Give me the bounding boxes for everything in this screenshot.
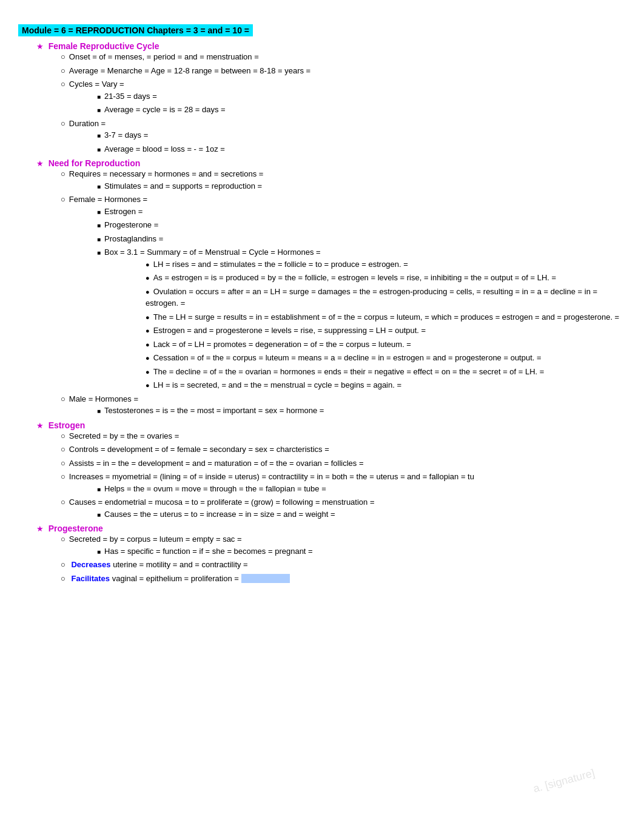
section-need-for-reproduction: ★ Need for Reproduction Requires = neces… [36,158,626,417]
list-item: Male = Hormones = Testosterones = is = t… [61,393,626,417]
section-title: ★ Progesterone [36,524,626,533]
star-icon: ★ [36,159,44,168]
list-item: Cycles = Vary = 21-35 = days = Average =… [61,78,626,116]
watermark: a. [signature] [532,767,596,795]
star-icon: ★ [36,42,44,51]
sub-list: 21-35 = days = Average = cycle = is = 28… [97,90,626,116]
section-female-reproductive-cycle: ★ Female Reproductive Cycle Onset = of =… [36,41,626,155]
sub-list: Has = specific = function = if = she = b… [97,545,626,558]
sub-list: Causes = the = uterus = to = increase = … [97,508,626,521]
list-item: 21-35 = days = [97,90,626,103]
section-title: ★ Estrogen [36,420,626,430]
section-estrogen: ★ Estrogen Secreted = by = the = ovaries… [36,420,626,521]
sub-list: Stimulates = and = supports = reproducti… [97,180,626,192]
list-item: The = decline = of = the = ovarian = hor… [146,366,626,378]
list-item: Onset = of = menses, = period = and = me… [61,51,626,63]
list-item: Secreted = by = corpus = luteum = empty … [61,533,626,557]
section-label: Female Reproductive Cycle [49,41,159,51]
list-item: Box = 3.1 = Summary = of = Menstrual = C… [97,246,626,391]
section-label: Need for Reproduction [49,158,141,168]
star-icon: ★ [36,421,44,430]
list-item: Facilitates vaginal = epithelium = proli… [61,573,626,585]
list-item: Assists = in = the = development = and =… [61,457,626,470]
sub-sub-list: LH = rises = and = stimulates = the = fo… [146,258,626,391]
list-item: As = estrogen = is = produced = by = the… [146,272,626,284]
list-item: The = LH = surge = results = in = establ… [146,311,626,323]
list-item: Testosterones = is = the = most = import… [97,405,626,417]
highlight-text: Decreases [71,560,110,569]
list-item: Increases = myometrial = (lining = of = … [61,471,626,494]
list-item: Average = blood = loss = - = 1oz = [97,143,626,155]
list-item: Estrogen = and = progesterone = levels =… [146,325,626,337]
list-item: LH = is = secreted, = and = the = menstr… [146,379,626,391]
list-item: Lack = of = LH = promotes = degeneration… [146,339,626,351]
section-title: ★ Female Reproductive Cycle [36,41,626,51]
list-item: 3-7 = days = [97,129,626,141]
section-title: ★ Need for Reproduction [36,158,626,168]
sub-list: Helps = the = ovum = move = through = th… [97,483,626,495]
section-progesterone: ★ Progesterone Secreted = by = corpus = … [36,524,626,584]
list-item: Secreted = by = the = ovaries = [61,430,626,442]
star-icon: ★ [36,524,44,533]
list-item: Stimulates = and = supports = reproducti… [97,180,626,192]
section-label: Estrogen [49,420,86,430]
list-item: Estrogen = [97,206,626,218]
highlight-bar [241,574,290,583]
list-item: Ovulation = occurs = after = an = LH = s… [146,286,626,309]
module-header: Module = 6 = REPRODUCTION Chapters = 3 =… [18,24,626,41]
list-item: Female = Hormones = Estrogen = Progester… [61,194,626,391]
list-item: Controls = development = of = female = s… [61,443,626,456]
section-label: Progesterone [49,524,103,533]
list-item: Prostaglandins = [97,233,626,245]
list-item: Progesterone = [97,219,626,231]
list-item: Duration = 3-7 = days = Average = blood … [61,118,626,155]
list-item: Has = specific = function = if = she = b… [97,545,626,558]
section-content: Secreted = by = corpus = luteum = empty … [61,533,626,584]
list-item: Causes = endometrial = mucosa = to = pro… [61,496,626,520]
highlight-text: Facilitates [71,574,110,583]
list-item: Average = cycle = is = 28 = days = [97,104,626,116]
section-content: Secreted = by = the = ovaries = Controls… [61,430,626,521]
sub-list: Testosterones = is = the = most = import… [97,405,626,417]
list-item: Causes = the = uterus = to = increase = … [97,508,626,521]
list-item: Cessation = of = the = corpus = luteum =… [146,352,626,364]
list-item: Requires = necessary = hormones = and = … [61,168,626,192]
list-item: Helps = the = ovum = move = through = th… [97,483,626,495]
sub-list: Estrogen = Progesterone = Prostaglandins… [97,206,626,391]
list-item: Average = Menarche = Age = 12-8 range = … [61,65,626,77]
sub-list: 3-7 = days = Average = blood = loss = - … [97,129,626,155]
section-content: Requires = necessary = hormones = and = … [61,168,626,417]
list-item: Decreases uterine = motility = and = con… [61,559,626,571]
list-item: LH = rises = and = stimulates = the = fo… [146,258,626,271]
page-container: Module = 6 = REPRODUCTION Chapters = 3 =… [18,24,626,584]
section-content: Onset = of = menses, = period = and = me… [61,51,626,155]
